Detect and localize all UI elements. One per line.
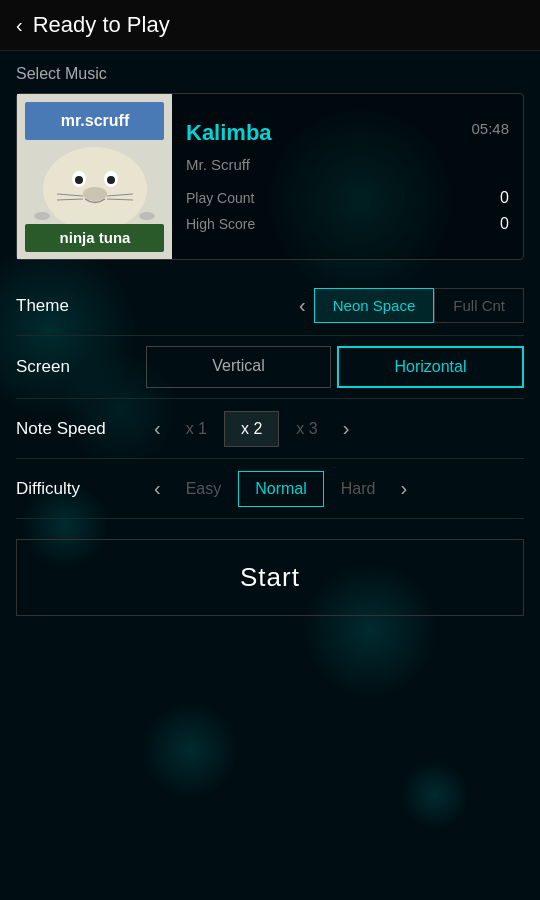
high-score-row: High Score 0	[186, 215, 509, 233]
theme-option-neon-space[interactable]: Neon Space	[314, 288, 435, 323]
album-art: mr.scruff ninja tuna	[17, 94, 172, 259]
note-speed-row: Note Speed ‹ x 1 x 2 x 3 ›	[16, 399, 524, 459]
difficulty-next-arrow[interactable]: ›	[393, 473, 416, 504]
svg-point-8	[83, 187, 107, 201]
select-music-label: Select Music	[16, 51, 524, 93]
back-button[interactable]: ‹	[16, 14, 23, 37]
screen-row: Screen Vertical Horizontal	[16, 336, 524, 399]
speed-x2[interactable]: x 2	[224, 411, 279, 447]
svg-point-7	[107, 176, 115, 184]
svg-point-15	[34, 212, 50, 220]
high-score-label: High Score	[186, 216, 255, 232]
theme-row: Theme ‹ Neon Space Full Cnt	[16, 276, 524, 336]
svg-point-6	[75, 176, 83, 184]
svg-point-16	[139, 212, 155, 220]
speed-controls: ‹ x 1 x 2 x 3 ›	[146, 411, 357, 447]
screen-options: Vertical Horizontal	[146, 346, 524, 388]
music-card[interactable]: mr.scruff ninja tuna	[16, 93, 524, 260]
speed-prev-arrow[interactable]: ‹	[146, 413, 169, 444]
difficulty-controls: ‹ Easy Normal Hard ›	[146, 471, 415, 507]
start-button[interactable]: Start	[16, 539, 524, 616]
music-stats: Play Count 0 High Score 0	[186, 189, 509, 233]
music-duration: 05:48	[471, 120, 509, 137]
theme-prev-arrow[interactable]: ‹	[291, 290, 314, 321]
music-info: Kalimba 05:48 Mr. Scruff Play Count 0 Hi…	[172, 94, 523, 259]
high-score-value: 0	[500, 215, 509, 233]
theme-label: Theme	[16, 296, 146, 316]
difficulty-row: Difficulty ‹ Easy Normal Hard ›	[16, 459, 524, 519]
speed-x1[interactable]: x 1	[169, 411, 224, 447]
start-section: Start	[16, 519, 524, 636]
screen-option-horizontal[interactable]: Horizontal	[337, 346, 524, 388]
theme-option-full-cnt[interactable]: Full Cnt	[434, 288, 524, 323]
theme-controls: ‹ Neon Space Full Cnt	[146, 288, 524, 323]
difficulty-hard[interactable]: Hard	[324, 471, 393, 507]
difficulty-normal[interactable]: Normal	[238, 471, 324, 507]
content-area: Select Music mr.scruff	[0, 51, 540, 636]
note-speed-label: Note Speed	[16, 419, 146, 439]
speed-x3[interactable]: x 3	[279, 411, 334, 447]
screen-option-vertical[interactable]: Vertical	[146, 346, 331, 388]
speed-next-arrow[interactable]: ›	[335, 413, 358, 444]
screen-label: Screen	[16, 357, 146, 377]
page-title: Ready to Play	[33, 12, 170, 38]
header: ‹ Ready to Play	[0, 0, 540, 51]
play-count-label: Play Count	[186, 190, 254, 206]
svg-text:ninja tuna: ninja tuna	[60, 229, 131, 246]
music-artist: Mr. Scruff	[186, 156, 509, 173]
difficulty-prev-arrow[interactable]: ‹	[146, 473, 169, 504]
music-title: Kalimba	[186, 120, 272, 146]
difficulty-label: Difficulty	[16, 479, 146, 499]
play-count-row: Play Count 0	[186, 189, 509, 207]
svg-text:mr.scruff: mr.scruff	[61, 112, 130, 129]
play-count-value: 0	[500, 189, 509, 207]
difficulty-easy[interactable]: Easy	[169, 471, 239, 507]
